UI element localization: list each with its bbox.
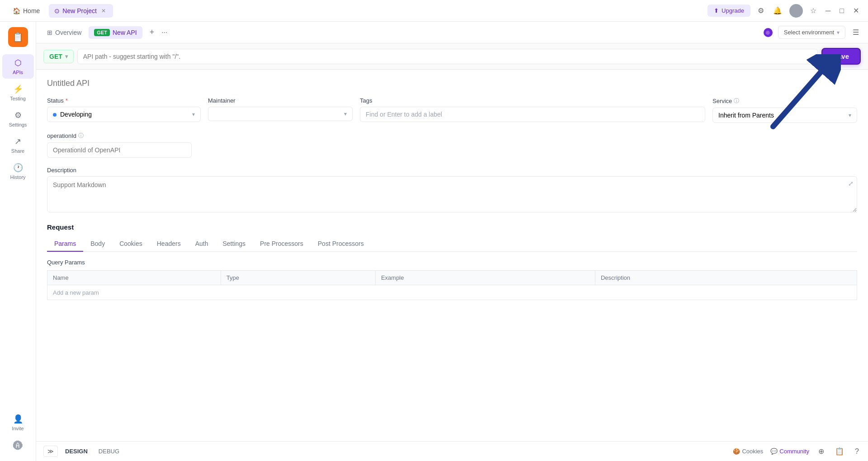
home-tab[interactable]: 🏠 Home — [7, 5, 45, 17]
maintainer-label: Maintainer — [208, 97, 353, 104]
service-select[interactable]: Inherit from Parents ▾ — [712, 108, 857, 123]
bookmark-icon-button[interactable]: ☆ — [808, 5, 818, 17]
save-button[interactable]: Save — [821, 48, 861, 65]
home-icon: 🏠 — [13, 7, 20, 14]
settings-icon-button[interactable]: ⚙ — [756, 5, 766, 17]
sidebar-item-settings[interactable]: ⚙ Settings — [2, 107, 34, 131]
operation-id-input[interactable] — [47, 142, 192, 158]
maximize-button[interactable]: □ — [838, 5, 846, 17]
help-icon-button[interactable]: ⊕ — [816, 445, 826, 457]
method-select[interactable]: GET ▾ — [43, 50, 74, 63]
community-icon: 💬 — [770, 448, 778, 455]
api-tab[interactable]: GET New API — [89, 26, 142, 39]
add-param-row: Add a new param — [47, 285, 857, 300]
menu-button[interactable]: ☰ — [851, 26, 861, 38]
add-tab-button[interactable]: + — [146, 26, 158, 39]
expand-sidebar-button[interactable]: ≫ — [43, 446, 58, 457]
avatar[interactable] — [789, 4, 803, 18]
service-label: Service ⓘ — [712, 97, 857, 105]
question-icon-button[interactable]: ? — [853, 446, 861, 457]
tab-body[interactable]: Body — [83, 236, 112, 252]
overview-label: Overview — [55, 29, 81, 36]
expand-icon[interactable]: ⤢ — [848, 180, 854, 187]
more-options-button[interactable]: ··· — [161, 28, 167, 37]
request-title: Request — [47, 223, 857, 231]
tab-params[interactable]: Params — [47, 236, 83, 252]
cookies-link[interactable]: 🍪 Cookies — [733, 448, 763, 455]
status-chevron-icon: ▾ — [192, 111, 195, 118]
operation-id-section: operationId ⓘ — [47, 132, 857, 158]
bottom-left: ≫ DESIGN DEBUG — [43, 446, 123, 457]
tab-settings[interactable]: Settings — [215, 236, 253, 252]
maintainer-select[interactable]: ▾ — [208, 107, 353, 121]
clipboard-icon-button[interactable]: 📋 — [833, 445, 846, 457]
tab-headers[interactable]: Headers — [150, 236, 188, 252]
col-example: Example — [375, 271, 595, 285]
invite-icon: 👤 — [13, 414, 23, 424]
env-select[interactable]: Select environment ▾ — [778, 26, 845, 39]
description-label: Description — [47, 167, 857, 174]
notifications-icon-button[interactable]: 🔔 — [771, 5, 784, 17]
upgrade-button[interactable]: ⬆ Upgrade — [708, 5, 750, 17]
chevron-down-icon: ▾ — [837, 29, 840, 36]
tags-field-group: Tags — [360, 97, 705, 122]
description-section: Description ⤢ — [47, 167, 857, 214]
upgrade-label: Upgrade — [722, 7, 744, 14]
sidebar-item-label: History — [10, 174, 25, 180]
sidebar-item-invite[interactable]: 👤 Invite — [2, 410, 34, 435]
sidebar: 📋 ⬡ APIs ⚡ Testing ⚙ Settings ↗ Share 🕐 … — [0, 22, 36, 461]
overview-icon: ⊞ — [47, 29, 52, 36]
tab-label: New Project — [62, 7, 96, 14]
tab-close-button[interactable]: ✕ — [99, 7, 108, 15]
status-value: Developing — [60, 111, 92, 118]
fields-row: Status * Developing ▾ Maintainer ▾ — [47, 97, 857, 123]
sidebar-item-apis[interactable]: ⬡ APIs — [2, 54, 34, 79]
project-tab[interactable]: ⊙ New Project ✕ — [49, 4, 113, 18]
close-button[interactable]: ✕ — [851, 5, 861, 17]
env-placeholder: Select environment — [784, 29, 834, 36]
method-badge: GET — [94, 29, 110, 36]
service-value: Inherit from Parents — [718, 112, 774, 119]
bottom-bar: ≫ DESIGN DEBUG 🍪 Cookies 💬 Community ⊕ 📋… — [36, 441, 868, 461]
tab-icon: ⊙ — [54, 7, 60, 14]
sub-header-left: ⊞ Overview GET New API + ··· — [43, 26, 760, 39]
overview-tab[interactable]: ⊞ Overview — [43, 27, 85, 38]
share-icon: ↗ — [14, 136, 21, 146]
sidebar-item-label: Invite — [12, 426, 24, 431]
status-select[interactable]: Developing ▾ — [47, 107, 201, 122]
sidebar-item-label: APIs — [13, 70, 23, 75]
design-button[interactable]: DESIGN — [61, 446, 91, 456]
service-chevron-icon: ▾ — [849, 112, 851, 118]
sidebar-logo[interactable]: 📋 — [8, 27, 28, 47]
url-input[interactable] — [77, 49, 818, 64]
community-link[interactable]: 💬 Community — [770, 448, 809, 455]
title-bar-left: 🏠 Home ⊙ New Project ✕ — [7, 4, 113, 18]
sidebar-item-share[interactable]: ↗ Share — [2, 133, 34, 157]
maintainer-chevron-icon: ▾ — [344, 111, 347, 117]
maintainer-field-group: Maintainer ▾ — [208, 97, 353, 121]
col-type: Type — [221, 271, 375, 285]
status-label: Status * — [47, 97, 201, 104]
debug-button[interactable]: DEBUG — [95, 446, 123, 456]
tab-post-processors[interactable]: Post Processors — [311, 236, 371, 252]
tags-input[interactable] — [360, 107, 705, 122]
sidebar-item-history[interactable]: 🕐 History — [2, 159, 34, 183]
testing-icon: ⚡ — [13, 84, 23, 94]
sub-header-right: ◎ Select environment ▾ ☰ — [764, 26, 861, 39]
description-textarea[interactable] — [47, 176, 857, 212]
tab-pre-processors[interactable]: Pre Processors — [253, 236, 311, 252]
cookies-label: Cookies — [742, 448, 763, 455]
col-name: Name — [47, 271, 221, 285]
query-params-title: Query Params — [47, 259, 857, 266]
sidebar-item-testing[interactable]: ⚡ Testing — [2, 80, 34, 105]
sidebar-item-label: Settings — [9, 122, 27, 127]
tab-cookies[interactable]: Cookies — [112, 236, 150, 252]
tab-auth[interactable]: Auth — [188, 236, 216, 252]
add-param-placeholder: Add a new param — [53, 289, 99, 296]
api-title-input[interactable] — [47, 79, 857, 88]
tags-label: Tags — [360, 97, 705, 104]
service-info-icon: ⓘ — [734, 97, 739, 105]
url-bar: GET ▾ Save — [36, 43, 868, 70]
minimize-button[interactable]: ─ — [824, 5, 832, 17]
history-icon: 🕐 — [13, 163, 23, 173]
